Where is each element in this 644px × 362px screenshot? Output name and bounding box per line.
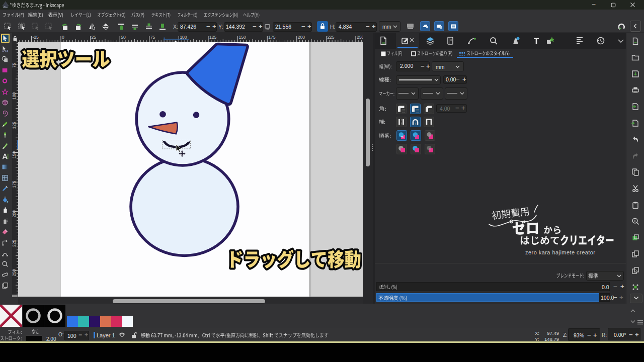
svg-text:200: 200 [12, 210, 17, 217]
svg-text:125: 125 [209, 35, 216, 40]
svg-text:150: 150 [12, 151, 17, 158]
svg-text:175: 175 [268, 35, 275, 40]
svg-text:100: 100 [12, 93, 17, 100]
svg-text:-25: -25 [32, 35, 39, 40]
svg-text:250: 250 [12, 269, 17, 276]
svg-text:25: 25 [92, 35, 97, 40]
svg-text:75: 75 [12, 63, 17, 68]
svg-text:75: 75 [150, 35, 155, 40]
svg-text:100: 100 [180, 35, 187, 40]
svg-text:0: 0 [62, 35, 64, 40]
svg-text:175: 175 [12, 180, 17, 188]
svg-text:150: 150 [239, 35, 246, 40]
svg-text:225: 225 [12, 240, 17, 247]
svg-text:125: 125 [12, 122, 17, 129]
svg-text:200: 200 [298, 35, 305, 40]
svg-text:50: 50 [121, 35, 126, 40]
svg-text:225: 225 [327, 35, 334, 40]
